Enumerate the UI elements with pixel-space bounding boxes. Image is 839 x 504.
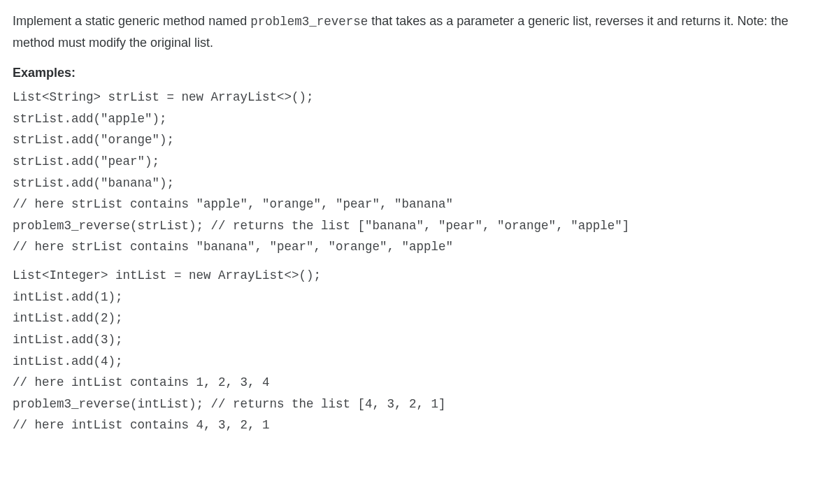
example-code-block-2: List<Integer> intList = new ArrayList<>(… [13, 265, 826, 436]
examples-heading: Examples: [13, 63, 826, 84]
problem-description: Implement a static generic method named … [13, 11, 826, 53]
intro-prefix: Implement a static generic method named [13, 14, 250, 28]
method-name-code: problem3_reverse [250, 15, 368, 29]
example-code-block-1: List<String> strList = new ArrayList<>()… [13, 87, 826, 258]
